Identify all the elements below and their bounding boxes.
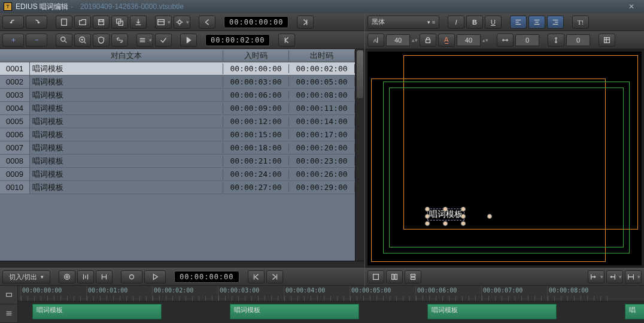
reset-format-button[interactable] (599, 34, 615, 47)
cell-in[interactable]: 00:00:00:00 (223, 64, 289, 73)
grid-dropdown[interactable] (136, 34, 153, 47)
cell-out[interactable]: 00:00:02:00 (289, 64, 355, 73)
remove-row-button[interactable]: － (26, 34, 47, 47)
cell-in[interactable]: 00:00:27:00 (223, 183, 289, 192)
zoom-button[interactable] (74, 34, 91, 47)
goto-in-button[interactable] (248, 270, 265, 283)
safe-area-button[interactable] (59, 270, 75, 283)
cell-text[interactable]: 唱词模板 (30, 64, 223, 74)
goto-out-button[interactable] (266, 270, 283, 283)
cut-mode-dropdown[interactable]: 切入/切出 ▾ (2, 270, 50, 283)
timeline-clip[interactable]: 唱 (625, 304, 644, 319)
table-row[interactable]: 0010唱词模板00:00:27:0000:00:29:00 (0, 181, 355, 194)
font-name-dropdown[interactable]: 黑体 ▾ ≡ (367, 16, 439, 29)
col-in[interactable]: 入时码 (223, 50, 289, 61)
table-hscroll[interactable] (0, 261, 364, 268)
cell-text[interactable]: 唱词模板 (30, 90, 223, 101)
align-tool-1[interactable] (77, 270, 94, 283)
close-button[interactable]: ✕ (622, 2, 640, 11)
table-row[interactable]: 0002唱词模板00:00:03:0000:00:05:00 (0, 76, 355, 89)
undo-button[interactable] (2, 16, 24, 29)
cell-in[interactable]: 00:00:09:00 (223, 104, 289, 113)
cell-text[interactable]: 唱词模板 (30, 103, 223, 114)
timecode-in[interactable]: 00:00:00:00 (224, 16, 288, 28)
leading-value[interactable]: 0 (566, 34, 590, 46)
cell-text[interactable]: 唱词模板 (30, 182, 223, 193)
timeline-clip[interactable]: 唱词模板 (32, 304, 162, 319)
leading-button[interactable] (548, 34, 564, 47)
kerning-button[interactable] (497, 34, 514, 47)
table-row[interactable]: 0007唱词模板00:00:18:0000:00:20:00 (0, 141, 355, 155)
play-button[interactable] (144, 270, 166, 283)
marker-both-dropdown[interactable] (625, 270, 642, 283)
track-toggle-2[interactable] (0, 304, 17, 323)
transport-timecode[interactable]: 00:00:00:00 (174, 271, 239, 283)
cell-out[interactable]: 00:00:29:00 (289, 183, 355, 192)
open-button[interactable] (74, 16, 91, 29)
font-size-1[interactable]: 40 (386, 34, 410, 46)
redo-button[interactable] (26, 16, 47, 29)
preview-canvas[interactable]: 唱词模板 (367, 52, 642, 265)
marker-in-dropdown[interactable] (588, 270, 604, 283)
cell-in[interactable]: 00:00:06:00 (223, 90, 289, 99)
cell-out[interactable]: 00:00:17:00 (289, 130, 355, 139)
align-tool-2[interactable] (96, 270, 113, 283)
col-text[interactable]: 对白文本 (30, 50, 223, 61)
table-scrollbar[interactable] (355, 49, 364, 261)
kerning-value[interactable]: 0 (515, 34, 539, 46)
subtitle-table[interactable]: 对白文本 入时码 出时码 0001唱词模板00:00:00:0000:00:02… (0, 49, 355, 261)
align-right-button[interactable] (547, 16, 564, 29)
cell-in[interactable]: 00:00:24:00 (223, 170, 289, 179)
bold-button[interactable]: B (466, 16, 483, 29)
cell-text[interactable]: 唱词模板 (30, 143, 223, 153)
import-button[interactable] (130, 16, 147, 29)
color-button[interactable]: A̲ (438, 34, 455, 47)
underline-button[interactable]: U (485, 16, 502, 29)
goto-start-button[interactable] (199, 16, 215, 29)
cell-text[interactable]: 唱词模板 (30, 169, 223, 180)
vertical-text-button[interactable]: A (367, 34, 384, 47)
new-button[interactable] (56, 16, 72, 29)
confirm-button[interactable] (155, 34, 172, 47)
record-button[interactable] (121, 270, 142, 283)
text-effect-button[interactable]: T! (572, 16, 589, 29)
timeline-clip[interactable]: 唱词模板 (427, 304, 557, 319)
cell-in[interactable]: 00:00:21:00 (223, 156, 289, 165)
cell-in[interactable]: 00:00:12:00 (223, 117, 289, 126)
align-center-button[interactable] (528, 16, 545, 29)
cell-out[interactable]: 00:00:08:00 (289, 90, 355, 99)
table-row[interactable]: 0005唱词模板00:00:12:0000:00:14:00 (0, 115, 355, 128)
play-button-top[interactable] (180, 34, 197, 47)
layout-2-button[interactable] (386, 270, 403, 283)
save-all-button[interactable] (111, 16, 128, 29)
settings-dropdown[interactable] (174, 16, 190, 29)
cell-out[interactable]: 00:00:11:00 (289, 104, 355, 113)
timecode-out[interactable]: 00:00:02:00 (205, 34, 270, 46)
cell-out[interactable]: 00:00:14:00 (289, 117, 355, 126)
cell-text[interactable]: 唱词模板 (30, 129, 223, 140)
cell-in[interactable]: 00:00:15:00 (223, 130, 289, 139)
template-dropdown[interactable] (155, 16, 172, 29)
layout-1-button[interactable] (367, 270, 384, 283)
add-row-button[interactable]: ＋ (2, 34, 24, 47)
search-button[interactable] (56, 34, 72, 47)
table-row[interactable]: 0004唱词模板00:00:09:0000:00:11:00 (0, 102, 355, 115)
cell-text[interactable]: 唱词模板 (30, 156, 223, 167)
timeline-clips-row[interactable]: 唱词模板唱词模板唱词模板唱 (18, 301, 644, 323)
timeline-main[interactable]: 00:00:00:0000:00:01:0000:00:02:0000:00:0… (18, 286, 644, 323)
shield-button[interactable] (93, 34, 110, 47)
cell-text[interactable]: 唱词模板 (30, 77, 223, 87)
marker-out-dropdown[interactable] (606, 270, 623, 283)
set-in-button[interactable] (297, 16, 314, 29)
col-out[interactable]: 出时码 (289, 50, 355, 61)
layout-3-button[interactable] (405, 270, 421, 283)
align-left-button[interactable] (510, 16, 527, 29)
font-size-2[interactable]: 40 (457, 34, 481, 46)
lock-button[interactable] (420, 34, 436, 47)
link-button[interactable] (111, 34, 128, 47)
timeline-ruler[interactable]: 00:00:00:0000:00:01:0000:00:02:0000:00:0… (18, 286, 644, 301)
italic-button[interactable]: I (448, 16, 464, 29)
table-row[interactable]: 0009唱词模板00:00:24:0000:00:26:00 (0, 168, 355, 181)
cell-text[interactable]: 唱词模板 (30, 116, 223, 127)
timeline-clip[interactable]: 唱词模板 (230, 304, 359, 319)
